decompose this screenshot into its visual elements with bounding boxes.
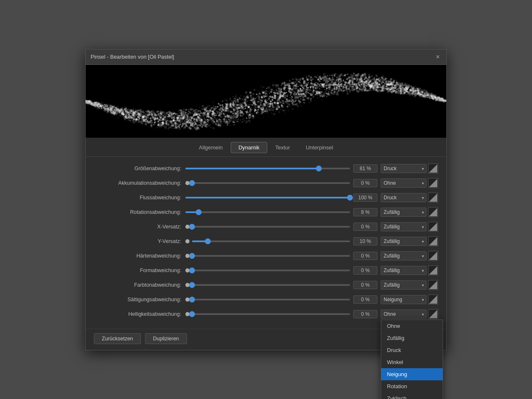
- brush-edit-dialog: Pinsel - Bearbeiten von [Oil Pastel] × A…: [85, 49, 447, 350]
- curve-btn-groessenabweichung[interactable]: [428, 164, 438, 173]
- curve-btn-formabweichung[interactable]: [428, 265, 438, 275]
- curve-btn-rotationsabweichung[interactable]: [428, 207, 438, 217]
- option-zyklisch[interactable]: Zyklisch: [381, 392, 443, 399]
- tab-textur[interactable]: Textur: [267, 142, 298, 153]
- curve-btn-flussabweichung[interactable]: [428, 193, 438, 203]
- option-neigung[interactable]: Neigung: [381, 368, 443, 380]
- svg-marker-9: [429, 295, 437, 304]
- value-rotationsabweichung[interactable]: 8 %: [353, 208, 377, 216]
- label-saettigungsabweichung: Sättigungsabweichung:: [94, 297, 185, 302]
- row-x-versatz: X-Versatz: 0 % Zufällig: [94, 221, 438, 233]
- label-akkumulationsabweichung: Akkumulationsabweichung:: [94, 180, 185, 186]
- svg-marker-4: [429, 223, 437, 231]
- duplicate-button[interactable]: Duplizieren: [145, 333, 187, 344]
- label-flussabweichung: Flussabweichung:: [94, 195, 185, 201]
- value-akkumulationsabweichung[interactable]: 0 %: [353, 179, 377, 187]
- row-haertenabweichung: Härtenabweichung: 0 % Zufällig: [94, 250, 438, 262]
- slider-y-versatz[interactable]: [185, 237, 350, 245]
- slider-flussabweichung[interactable]: [185, 193, 350, 202]
- dot-y-versatz: [185, 239, 190, 243]
- option-winkel[interactable]: Winkel: [381, 356, 443, 368]
- row-formabweichung: Formabweichung: 0 % Zufällig: [94, 265, 438, 276]
- value-flussabweichung[interactable]: 100 %: [353, 193, 377, 202]
- option-zufaellig[interactable]: Zufällig: [381, 332, 443, 344]
- svg-marker-6: [429, 252, 437, 260]
- row-rotationsabweichung: Rotationsabweichung: 8 % Zufällig: [94, 206, 438, 218]
- reset-button[interactable]: Zurücksetzen: [94, 333, 141, 344]
- slider-rotationsabweichung[interactable]: [185, 208, 350, 216]
- svg-marker-3: [429, 208, 437, 216]
- row-akkumulationsabweichung: Akkumulationsabweichung: 0 % Ohne: [94, 177, 438, 189]
- row-y-versatz: Y-Versatz: 10 % Zufällig: [94, 235, 438, 247]
- dropdown-popup: Ohne Zufällig Druck Winkel Neigung Rotat…: [381, 320, 443, 399]
- svg-marker-7: [429, 266, 437, 275]
- label-x-versatz: X-Versatz:: [94, 224, 185, 230]
- svg-marker-2: [429, 193, 437, 202]
- slider-formabweichung[interactable]: [185, 266, 350, 275]
- dropdown-farbtonabweichung[interactable]: Zufällig: [381, 280, 426, 290]
- svg-marker-10: [429, 310, 437, 318]
- content-area: Größenabweichung: 81 % Druck Akkumulatio…: [86, 157, 446, 329]
- value-groessenabweichung[interactable]: 81 %: [353, 164, 377, 173]
- tab-bar: Allgemein Dynamik Textur Unterpinsel: [86, 138, 446, 157]
- tab-allgemein[interactable]: Allgemein: [191, 142, 231, 153]
- row-farbtonabweichung: Farbtonabweichung: 0 % Zufällig: [94, 279, 438, 291]
- curve-btn-y-versatz[interactable]: [428, 236, 438, 246]
- label-farbtonabweichung: Farbtonabweichung:: [94, 282, 185, 288]
- dropdown-akkumulationsabweichung[interactable]: Ohne: [381, 178, 426, 188]
- tab-unterpinsel[interactable]: Unterpinsel: [298, 142, 341, 153]
- curve-btn-x-versatz[interactable]: [428, 222, 438, 232]
- label-haertenabweichung: Härtenabweichung:: [94, 253, 185, 259]
- slider-helligkeitsabweichung[interactable]: [185, 310, 350, 318]
- slider-akkumulationsabweichung[interactable]: [185, 179, 350, 187]
- title-bar: Pinsel - Bearbeiten von [Oil Pastel] ×: [86, 50, 446, 65]
- curve-btn-saettigungsabweichung[interactable]: [428, 295, 438, 305]
- brush-canvas: [86, 65, 446, 138]
- tab-dynamik[interactable]: Dynamik: [231, 142, 268, 153]
- dropdown-flussabweichung[interactable]: Druck: [381, 193, 426, 202]
- value-y-versatz[interactable]: 10 %: [353, 237, 377, 245]
- dropdown-groessenabweichung[interactable]: Druck: [381, 164, 426, 173]
- dropdown-helligkeitsabweichung[interactable]: Ohne Ohne Zufällig Druck Winkel Neigung …: [381, 310, 426, 319]
- dropdown-x-versatz[interactable]: Zufällig: [381, 222, 426, 231]
- slider-x-versatz[interactable]: [185, 223, 350, 231]
- dropdown-saettigungsabweichung[interactable]: Neigung: [381, 295, 426, 304]
- close-button[interactable]: ×: [434, 53, 441, 61]
- svg-marker-0: [429, 164, 437, 173]
- curve-btn-helligkeitsabweichung[interactable]: [428, 309, 438, 319]
- dropdown-formabweichung[interactable]: Zufällig: [381, 266, 426, 275]
- label-formabweichung: Formabweichung:: [94, 268, 185, 273]
- value-helligkeitsabweichung[interactable]: 0 %: [353, 310, 377, 318]
- label-groessenabweichung: Größenabweichung:: [94, 166, 185, 171]
- brush-preview: [86, 65, 446, 138]
- row-flussabweichung: Flussabweichung: 100 % Druck: [94, 192, 438, 203]
- dropdown-y-versatz[interactable]: Zufällig: [381, 237, 426, 246]
- value-saettigungsabweichung[interactable]: 0 %: [353, 295, 377, 304]
- option-druck[interactable]: Druck: [381, 344, 443, 356]
- label-helligkeitsabweichung: Helligkeitsabweichung:: [94, 311, 185, 317]
- row-helligkeitsabweichung: Helligkeitsabweichung: 0 % Ohne Ohne Zuf…: [94, 308, 438, 320]
- value-x-versatz[interactable]: 0 %: [353, 223, 377, 231]
- curve-btn-haertenabweichung[interactable]: [428, 251, 438, 261]
- label-rotationsabweichung: Rotationsabweichung:: [94, 209, 185, 215]
- label-y-versatz: Y-Versatz:: [94, 238, 185, 244]
- value-farbtonabweichung[interactable]: 0 %: [353, 281, 377, 289]
- slider-groessenabweichung[interactable]: [185, 164, 350, 173]
- curve-btn-akkumulationsabweichung[interactable]: [428, 178, 438, 188]
- dialog-title: Pinsel - Bearbeiten von [Oil Pastel]: [91, 54, 174, 60]
- dropdown-rotationsabweichung[interactable]: Zufällig: [381, 208, 426, 217]
- svg-marker-5: [429, 237, 437, 245]
- curve-btn-farbtonabweichung[interactable]: [428, 280, 438, 290]
- row-groessenabweichung: Größenabweichung: 81 % Druck: [94, 163, 438, 174]
- slider-saettigungsabweichung[interactable]: [185, 295, 350, 304]
- row-saettigungsabweichung: Sättigungsabweichung: 0 % Neigung: [94, 294, 438, 305]
- option-ohne[interactable]: Ohne: [381, 320, 443, 332]
- svg-marker-8: [429, 281, 437, 289]
- slider-farbtonabweichung[interactable]: [185, 281, 350, 289]
- value-haertenabweichung[interactable]: 0 %: [353, 252, 377, 260]
- slider-haertenabweichung[interactable]: [185, 252, 350, 260]
- value-formabweichung[interactable]: 0 %: [353, 266, 377, 275]
- option-rotation[interactable]: Rotation: [381, 380, 443, 392]
- svg-marker-1: [429, 179, 437, 187]
- dropdown-haertenabweichung[interactable]: Zufällig: [381, 251, 426, 260]
